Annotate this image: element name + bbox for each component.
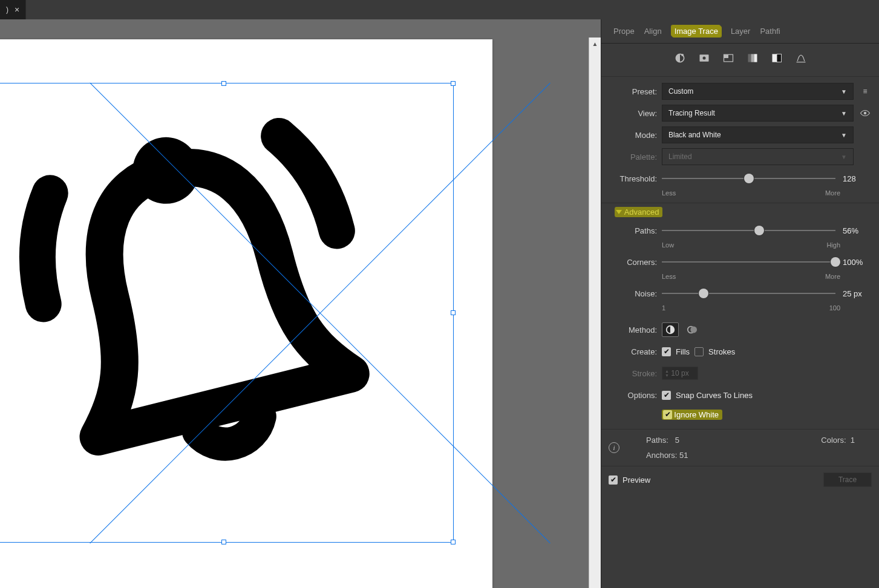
eye-icon[interactable] <box>858 109 872 117</box>
method-abutting-button[interactable] <box>662 322 679 337</box>
palette-label: Palette: <box>601 152 657 162</box>
document-tab-name: ) <box>6 5 8 14</box>
trace-stats: i Paths: 5 Colors: 1 Anchors: 51 <box>601 430 879 466</box>
threshold-slider[interactable] <box>662 172 835 185</box>
svg-point-14 <box>690 327 697 333</box>
ignore-white-checkbox[interactable]: ✔ <box>663 410 672 419</box>
tab-layers[interactable]: Layer <box>726 19 756 44</box>
fills-label: Fills <box>676 347 690 356</box>
svg-rect-8 <box>754 54 757 62</box>
method-label: Method: <box>601 325 657 335</box>
noise-slider[interactable] <box>662 287 835 299</box>
panel-image-trace: Prope Align Image Trace Layer Pathfi Pre… <box>601 19 879 588</box>
selection-handle[interactable] <box>451 310 456 315</box>
advanced-toggle[interactable]: Advanced <box>601 207 872 217</box>
chevron-down-icon: ▼ <box>841 154 847 160</box>
document-tab[interactable]: ) × <box>0 0 26 19</box>
preset-menu-icon[interactable]: ≡ <box>858 87 872 96</box>
threshold-label: Threshold: <box>601 174 657 183</box>
panel-tab-strip: Prope Align Image Trace Layer Pathfi <box>601 19 879 44</box>
outline-icon[interactable] <box>794 52 808 64</box>
canvas-scrollbar-vertical[interactable]: ▲ <box>589 38 601 588</box>
ignore-white-label: Ignore White <box>674 410 719 419</box>
svg-point-1 <box>681 54 684 56</box>
tab-pathfinder[interactable]: Pathfi <box>755 19 785 44</box>
strokes-label: Strokes <box>708 347 735 356</box>
svg-rect-7 <box>751 54 754 62</box>
corners-label: Corners: <box>601 258 657 267</box>
tab-align[interactable]: Align <box>639 19 667 44</box>
noise-value[interactable]: 25 px <box>840 289 872 298</box>
fills-checkbox[interactable]: ✔ <box>662 347 671 356</box>
triangle-down-icon <box>616 210 622 214</box>
chevron-down-icon: ▼ <box>841 132 847 139</box>
noise-label: Noise: <box>601 289 657 298</box>
paths-label: Paths: <box>601 226 657 235</box>
stroke-label: Stroke: <box>601 369 657 378</box>
artboard <box>0 39 492 588</box>
auto-color-icon[interactable] <box>673 52 687 64</box>
svg-rect-6 <box>748 54 751 62</box>
view-label: View: <box>601 109 657 118</box>
svg-point-3 <box>702 57 705 60</box>
grayscale-icon[interactable] <box>746 52 759 64</box>
corners-slider[interactable] <box>662 256 835 268</box>
strokes-checkbox[interactable] <box>694 347 704 356</box>
corners-value[interactable]: 100% <box>840 258 872 267</box>
close-icon[interactable]: × <box>15 5 19 15</box>
svg-rect-5 <box>724 54 728 58</box>
tab-image-trace[interactable]: Image Trace <box>667 19 726 44</box>
workspace: ▲ Prope Align Image Trace Layer Pathfi P… <box>0 19 879 588</box>
view-dropdown[interactable]: Tracing Result▼ <box>662 105 854 122</box>
document-tab-strip: ) × <box>0 0 879 19</box>
create-label: Create: <box>601 347 657 356</box>
trace-preset-icons <box>601 44 879 77</box>
stroke-width-stepper: ▲▼10 px <box>662 367 698 380</box>
info-icon: i <box>609 442 619 453</box>
selection-handle[interactable] <box>451 540 456 544</box>
svg-rect-9 <box>772 54 777 62</box>
preset-dropdown[interactable]: Custom▼ <box>662 83 854 100</box>
mode-label: Mode: <box>601 131 657 140</box>
palette-dropdown: Limited▼ <box>662 148 854 165</box>
snap-curves-label: Snap Curves To Lines <box>676 391 753 400</box>
preview-label: Preview <box>622 475 650 485</box>
selection-handle[interactable] <box>221 540 226 544</box>
mode-dropdown[interactable]: Black and White▼ <box>662 126 854 143</box>
tab-properties[interactable]: Prope <box>609 19 639 44</box>
preset-label: Preset: <box>601 87 657 96</box>
paths-value[interactable]: 56% <box>840 226 872 235</box>
selection-bounding-box[interactable] <box>0 83 454 543</box>
paths-slider[interactable] <box>662 224 835 237</box>
scroll-up-icon[interactable]: ▲ <box>589 38 601 50</box>
low-color-icon[interactable] <box>722 52 735 64</box>
selection-handle[interactable] <box>451 81 456 86</box>
snap-curves-checkbox[interactable]: ✔ <box>662 391 671 400</box>
canvas-area[interactable]: ▲ <box>0 19 601 588</box>
chevron-down-icon: ▼ <box>841 88 847 95</box>
threshold-value[interactable]: 128 <box>840 174 872 183</box>
method-overlapping-button[interactable] <box>684 322 701 337</box>
svg-rect-10 <box>777 54 782 62</box>
chevron-down-icon: ▼ <box>841 110 847 117</box>
high-color-icon[interactable] <box>698 52 711 64</box>
svg-point-11 <box>864 112 867 115</box>
black-white-icon[interactable] <box>770 52 783 64</box>
trace-button: Trace <box>823 472 872 487</box>
preview-checkbox[interactable]: ✔ <box>609 475 618 485</box>
options-label: Options: <box>601 391 657 400</box>
selection-handle[interactable] <box>221 81 226 86</box>
